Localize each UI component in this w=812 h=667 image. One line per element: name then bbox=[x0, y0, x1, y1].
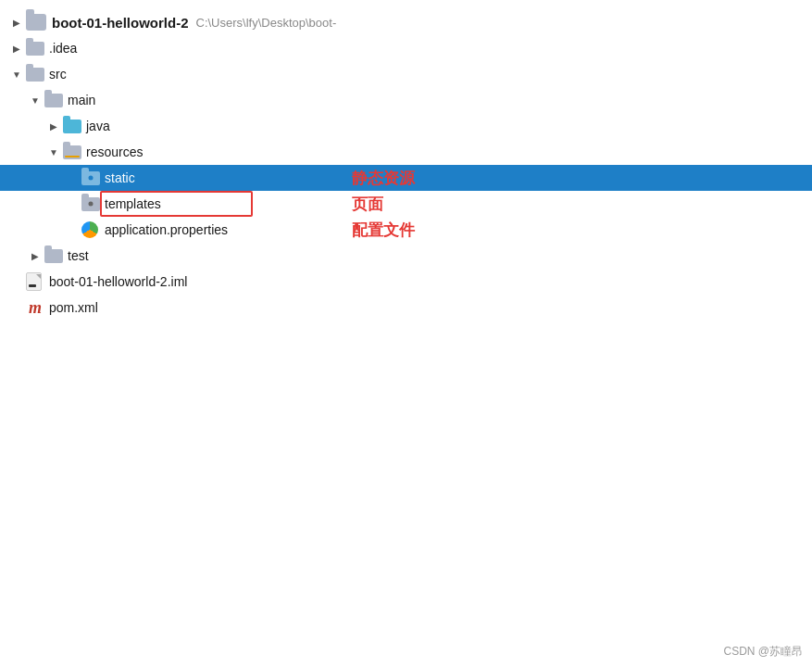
label-templates: templates bbox=[105, 196, 161, 211]
label-resources: resources bbox=[86, 145, 143, 159]
file-tree: ▶ boot-01-helloworld-2 C:\Users\lfy\Desk… bbox=[0, 0, 812, 667]
annotation-static: 静态资源 bbox=[352, 168, 775, 189]
tree-item-resources[interactable]: resources bbox=[0, 139, 812, 165]
tree-item-test[interactable]: test bbox=[0, 243, 812, 269]
folder-icon-resources bbox=[63, 145, 81, 159]
label-test: test bbox=[68, 248, 89, 263]
file-icon-application bbox=[81, 222, 100, 237]
label-application: application.properties bbox=[105, 222, 228, 237]
arrow-main bbox=[28, 93, 43, 107]
tree-item-static[interactable]: static 静态资源 bbox=[0, 165, 812, 191]
tree-item-templates-wrapper: templates 页面 bbox=[0, 191, 812, 217]
arrow-test bbox=[28, 248, 43, 263]
label-iml: boot-01-helloworld-2.iml bbox=[49, 274, 187, 289]
tree-item-iml[interactable]: boot-01-helloworld-2.iml bbox=[0, 269, 812, 295]
tree-item-java[interactable]: java bbox=[0, 113, 812, 139]
tree-item-src[interactable]: src bbox=[0, 61, 812, 87]
label-main: main bbox=[68, 93, 95, 107]
label-static: static bbox=[105, 170, 135, 185]
annotation-templates: 页面 bbox=[352, 194, 775, 215]
arrow-resources bbox=[46, 145, 61, 159]
tree-item-idea[interactable]: .idea bbox=[0, 35, 812, 61]
folder-icon-java bbox=[63, 119, 81, 133]
label-idea: .idea bbox=[49, 41, 77, 56]
folder-icon-static bbox=[81, 170, 100, 185]
folder-icon-idea bbox=[26, 41, 44, 56]
file-icon-iml bbox=[26, 274, 44, 289]
arrow-java bbox=[46, 119, 61, 133]
folder-icon-templates bbox=[81, 196, 100, 211]
file-icon-pom: m bbox=[26, 300, 44, 315]
annotation-application: 配置文件 bbox=[352, 220, 775, 241]
root-label: boot-01-helloworld-2 bbox=[52, 15, 189, 31]
label-java: java bbox=[86, 119, 110, 133]
tree-item-pom[interactable]: m pom.xml bbox=[0, 295, 812, 321]
root-item[interactable]: ▶ boot-01-helloworld-2 C:\Users\lfy\Desk… bbox=[0, 9, 812, 35]
folder-icon-test bbox=[44, 248, 63, 263]
label-src: src bbox=[49, 67, 67, 82]
arrow-idea bbox=[9, 41, 24, 56]
folder-icon-main bbox=[44, 93, 63, 107]
root-folder-icon bbox=[26, 14, 46, 31]
tree-item-application[interactable]: application.properties 配置文件 bbox=[0, 217, 812, 243]
watermark: CSDN @苏瞳昂 bbox=[723, 644, 803, 660]
tree-item-templates[interactable]: templates 页面 bbox=[0, 191, 812, 217]
label-pom: pom.xml bbox=[49, 300, 98, 315]
tree-item-main[interactable]: main bbox=[0, 87, 812, 113]
arrow-src bbox=[9, 67, 24, 82]
root-path: C:\Users\lfy\Desktop\boot- bbox=[196, 16, 337, 30]
folder-icon-src bbox=[26, 67, 44, 82]
